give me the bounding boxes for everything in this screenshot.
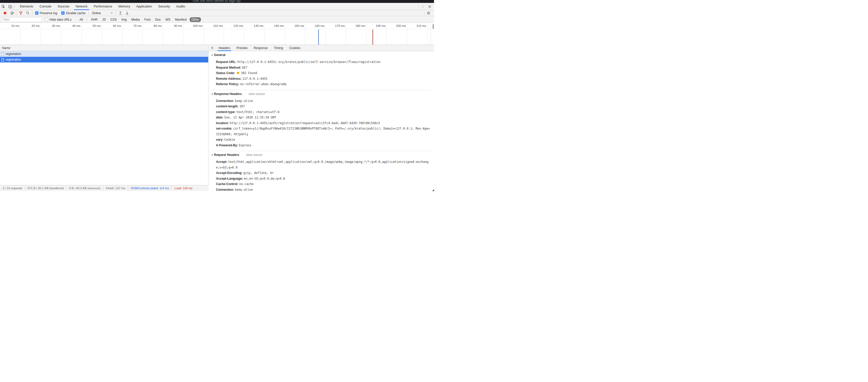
details-tab-timing[interactable]: Timing (271, 45, 286, 51)
timeline-tick-label: 200 ms (388, 24, 406, 27)
inspect-element-icon[interactable] (0, 3, 7, 10)
gear-icon[interactable]: ⚙ (425, 10, 432, 16)
network-toolbar: ✓ Preserve log ✓ Disable cache Online ▼ … (0, 10, 434, 16)
devtools-tabs: ElementsConsoleSourcesNetworkPerformance… (17, 3, 188, 10)
filter-type-all[interactable]: All (78, 17, 85, 22)
details-tab-cookies[interactable]: Cookies (286, 45, 304, 51)
network-overview[interactable]: 10 ms20 ms30 ms40 ms50 ms60 ms70 ms80 ms… (0, 23, 434, 45)
tab-sources[interactable]: Sources (55, 3, 72, 10)
record-button[interactable] (4, 12, 6, 14)
details-tab-response[interactable]: Response (251, 45, 271, 51)
header-row: location: http://127.0.0.1:4455/auth/reg… (210, 120, 431, 126)
header-value: http://127.0.0.1:4455/.ory/kratos/public… (238, 60, 380, 64)
header-value: 127.0.0.1:4455 (242, 77, 268, 80)
clear-requests-icon[interactable] (10, 12, 13, 14)
tab-memory[interactable]: Memory (115, 3, 133, 10)
header-row: Accept-Language: en,en-US;q=0.9,de;q=0.8 (210, 176, 431, 182)
header-name: Connection: (216, 99, 235, 103)
tab-security[interactable]: Security (155, 3, 173, 10)
summary-item: 671 B / 35.1 KB transferred (25, 186, 66, 190)
close-devtools-icon[interactable] (426, 3, 433, 10)
details-tab-headers[interactable]: Headers (215, 45, 233, 51)
filter-type-js[interactable]: JS (100, 17, 107, 22)
divider (418, 4, 419, 8)
tabbar-left-icons (0, 3, 15, 10)
throttling-dropdown[interactable]: Online ▼ (92, 11, 113, 15)
timeline-gridline (265, 23, 265, 45)
name-column-header[interactable]: Name (0, 45, 208, 51)
details-tab-preview[interactable]: Preview (233, 45, 251, 51)
header-value: GET (242, 66, 247, 69)
status-dot-icon (237, 72, 239, 74)
header-value: keep-alive (235, 99, 253, 103)
summary-bar: 2 / 10 requests671 B / 35.1 KB transferr… (0, 185, 209, 191)
section-title-row[interactable]: ▼Request Headersview source (210, 153, 431, 159)
filter-type-other[interactable]: Other (190, 17, 201, 22)
window-corner (425, 189, 434, 191)
view-source-link[interactable]: view source (246, 153, 262, 157)
page-banner: Use the form below to sign up. (0, 0, 434, 3)
dcl-event-line (318, 29, 319, 45)
throttling-value: Online (92, 11, 101, 15)
request-row[interactable]: registration (0, 57, 208, 63)
header-row: Request URL: http://127.0.0.1:4455/.ory/… (210, 59, 431, 65)
filter-funnel-icon[interactable] (19, 12, 23, 15)
tab-application[interactable]: Application (133, 3, 155, 10)
timeline-tick-label: 100 ms (184, 24, 203, 27)
timeline-gridline (142, 23, 143, 45)
export-har-icon[interactable] (126, 11, 129, 15)
checkbox-unchecked-icon (45, 18, 48, 21)
filter-type-manifest[interactable]: Manifest (173, 17, 189, 22)
ruler-separator (0, 29, 434, 29)
import-har-icon[interactable] (119, 11, 122, 15)
filter-type-doc[interactable]: Doc (153, 17, 162, 22)
view-source-link[interactable]: view source (249, 92, 265, 96)
timeline-tick-label: 110 ms (205, 24, 223, 27)
checkbox-checked-icon: ✓ (35, 11, 38, 15)
header-row: Remote Address: 127.0.0.1:4455 (210, 76, 431, 82)
close-details-icon[interactable] (209, 47, 215, 49)
request-row[interactable]: registration (0, 51, 208, 57)
preserve-log-checkbox[interactable]: ✓ Preserve log (35, 11, 57, 15)
device-toolbar-icon[interactable] (7, 3, 13, 10)
filter-type-ws[interactable]: WS (163, 17, 172, 22)
summary-item: 0 B / 40.3 KB resources (66, 186, 103, 190)
filter-type-font[interactable]: Font (143, 17, 152, 22)
section-title-row[interactable]: ▼Response Headersview source (210, 92, 431, 98)
timeline-tick-label: 20 ms (22, 24, 40, 27)
tab-audits[interactable]: Audits (173, 3, 188, 10)
requests-panel: Name registrationregistration 2 / 10 req… (0, 45, 209, 191)
tab-console[interactable]: Console (36, 3, 55, 10)
timeline-tick-label: 40 ms (62, 24, 80, 27)
tab-elements[interactable]: Elements (17, 3, 36, 10)
divider (16, 11, 17, 15)
chevron-down-icon: ▼ (111, 12, 113, 14)
divider (88, 11, 89, 15)
header-value: text/html; charset=utf-8 (237, 110, 279, 114)
header-value: gzip, deflate, br (243, 171, 274, 175)
tab-network[interactable]: Network (72, 3, 91, 10)
filter-type-img[interactable]: Img (120, 17, 128, 22)
header-row: X-Powered-By: Express (210, 143, 431, 148)
filter-type-media[interactable]: Media (129, 17, 142, 22)
header-value: Sun, 12 Apr 2020 11:35:34 GMT (224, 116, 276, 119)
filter-type-xhr[interactable]: XHR (89, 17, 99, 22)
header-name: date: (216, 116, 224, 119)
timeline-tick-label: 10 ms (1, 24, 20, 27)
preserve-log-label: Preserve log (40, 11, 57, 15)
disable-cache-checkbox[interactable]: ✓ Disable cache (61, 11, 85, 15)
search-icon[interactable] (26, 11, 29, 15)
tab-performance[interactable]: Performance (91, 3, 116, 10)
request-list: registrationregistration (0, 51, 208, 63)
header-name: Request Method: (216, 66, 242, 69)
filter-type-css[interactable]: CSS (108, 17, 119, 22)
filter-input[interactable] (1, 17, 42, 22)
kebab-menu-icon[interactable]: ⋮ (420, 3, 426, 10)
scrollbar-thumb[interactable] (433, 24, 434, 29)
section-title-row[interactable]: ▼General (210, 53, 431, 59)
header-row: Connection: keep-alive (210, 187, 431, 191)
divider (14, 4, 14, 8)
hide-data-urls-checkbox[interactable]: Hide data URLs (45, 18, 71, 22)
header-value: Express (239, 143, 251, 147)
header-value: Cookie (224, 138, 235, 141)
